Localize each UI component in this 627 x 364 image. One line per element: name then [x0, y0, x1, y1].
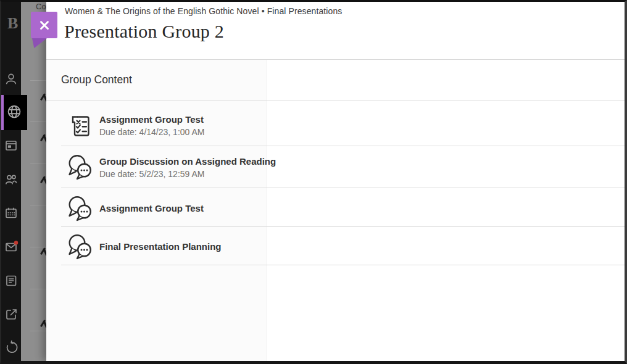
clipped-background-text: Co: [36, 2, 46, 11]
page-title: Presentation Group 2: [64, 21, 224, 42]
sidebar-item-globe[interactable]: [1, 95, 27, 130]
close-icon: [38, 19, 51, 31]
content-item-row[interactable]: Assignment Group TestDue date: 4/14/23, …: [46, 101, 625, 146]
mail-icon: [4, 239, 19, 257]
dimmed-row-divider: [30, 121, 46, 122]
blackboard-logo[interactable]: B: [7, 14, 18, 33]
content-item-row[interactable]: Group Discussion on Assigned ReadingDue …: [46, 146, 625, 188]
sidebar-item-people[interactable]: [1, 170, 21, 191]
panel-header: Women & The Origins of the English Gothi…: [46, 2, 625, 60]
group-content-panel: Women & The Origins of the English Gothi…: [46, 2, 625, 361]
clipped-content-fragment: [40, 92, 46, 103]
item-title[interactable]: Final Presentation Planning: [99, 241, 222, 252]
clipped-content-fragment: [40, 133, 46, 144]
dimmed-row-divider: [30, 80, 46, 81]
window-icon: [4, 138, 19, 155]
app-window: B Co Women & The Origins of the English …: [1, 2, 625, 361]
sidebar-item-document[interactable]: [1, 271, 21, 292]
dimmed-row-divider: [30, 205, 46, 205]
breadcrumb: Women & The Origins of the English Gothi…: [65, 6, 342, 16]
item-title[interactable]: Group Discussion on Assigned Reading: [99, 156, 276, 167]
divider: [61, 265, 625, 265]
item-due-date: Due date: 4/14/23, 1:00 AM: [99, 127, 204, 137]
clipped-content-fragment: [40, 246, 46, 257]
item-title[interactable]: Assignment Group Test: [99, 114, 204, 125]
globe-icon: [6, 104, 22, 122]
screenshot-frame: B Co Women & The Origins of the English …: [0, 0, 627, 364]
sidebar-item-signout[interactable]: [1, 338, 21, 359]
test-icon: [70, 114, 91, 139]
content-item-row[interactable]: Assignment Group Test: [46, 188, 625, 227]
calendar-icon: [4, 205, 19, 223]
global-nav-rail: B: [1, 2, 21, 361]
sidebar-item-mail[interactable]: [1, 238, 21, 259]
dimmed-row-divider: [30, 289, 46, 289]
clipped-content-fragment: [40, 318, 46, 329]
close-panel-button[interactable]: [31, 12, 57, 38]
dimmed-row-divider: [30, 163, 46, 163]
person-icon: [4, 72, 19, 89]
section-heading: Group Content: [61, 73, 132, 86]
content-item-row[interactable]: Final Presentation Planning: [46, 227, 625, 265]
active-indicator: [1, 95, 4, 130]
discussion-icon: [67, 232, 94, 263]
sidebar-item-calendar[interactable]: [1, 204, 21, 225]
discussion-icon: [67, 194, 94, 225]
dimmed-row-divider: [30, 331, 46, 331]
sidebar-item-window[interactable]: [1, 136, 21, 157]
sidebar-item-person[interactable]: [1, 70, 21, 91]
signout-icon: [4, 340, 19, 357]
item-due-date: Due date: 5/2/23, 12:59 AM: [99, 169, 204, 179]
share-icon: [4, 307, 19, 325]
clipped-content-fragment: [40, 175, 46, 186]
dimmed-page-overlay: Co: [21, 2, 46, 361]
document-icon: [4, 273, 19, 291]
sidebar-item-share[interactable]: [1, 305, 21, 326]
people-icon: [4, 172, 19, 189]
item-title[interactable]: Assignment Group Test: [99, 203, 204, 213]
discussion-icon: [67, 152, 94, 183]
